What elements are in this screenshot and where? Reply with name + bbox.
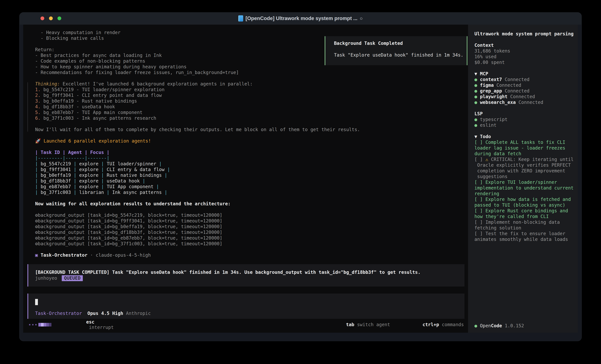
terminal-line: - Recommendations for fixing loader free… — [35, 70, 360, 75]
sidebar-line: ● eslint — [474, 122, 574, 128]
terminal-line: 2. bg_f9ff3041 - CLI entry point and dat… — [35, 93, 360, 98]
spinner-dot — [32, 324, 33, 325]
sidebar-content: Ultrawork mode system prompt parsing Con… — [474, 31, 574, 242]
sidebar-line: Ultrawork mode system prompt parsing — [474, 31, 574, 37]
sidebar-line: [ ] Explore TUI loader/spinner — [474, 179, 574, 185]
sidebar-line — [474, 128, 574, 134]
sidebar-line: ● figma Connected — [474, 82, 574, 88]
sidebar-line: passed to TUI (blocking vs async) — [474, 202, 574, 208]
terminal-line — [35, 144, 360, 150]
toast-title: Background Task Completed — [334, 40, 467, 46]
terminal-line: | bg_f9ff3041 | explore | CLI entry & da… — [35, 167, 360, 172]
sidebar-line — [474, 105, 574, 111]
sidebar-line: during data fetch — [474, 151, 574, 157]
sidebar-line: 16% used — [474, 54, 574, 59]
status-dot-icon: ● — [474, 323, 480, 328]
sidebar-line: 31,686 tokens — [474, 48, 574, 54]
sidebar-line: ● playwright Connected — [474, 94, 574, 99]
app-version: 1.0.152 — [502, 323, 524, 328]
sidebar-line: [ ] Explore how data is fetched and — [474, 197, 574, 202]
sidebar-line: suggestions — [474, 174, 574, 179]
thinking-indent-border — [27, 82, 28, 132]
sidebar-line: [ ] Explore Rust core bindings and — [474, 208, 574, 214]
app-window: [OpenCode] Ultrawork mode system prompt … — [19, 12, 582, 341]
sidebar-line: [ ] Implement non-blocking data — [474, 219, 574, 225]
queued-message-block: [BACKGROUND TASK COMPLETED] Task "Explor… — [27, 264, 464, 287]
terminal-line: Now waiting for all exploration results … — [35, 201, 360, 207]
terminal-line — [35, 247, 360, 252]
terminal-output: - Heavy computation in render - Blocking… — [35, 30, 360, 258]
terminal-line — [35, 41, 360, 47]
progress-spinner — [29, 323, 51, 326]
terminal-line: ⚙background_output [task_id=bg_df18bb3f,… — [35, 230, 360, 235]
terminal-line — [35, 75, 360, 81]
terminal-line: ⚙background_output [task_id=bg_37f1c003,… — [35, 241, 360, 247]
sidebar-line: ▼ MCP — [474, 71, 574, 77]
sidebar-line: rendering — [474, 191, 574, 197]
close-button[interactable] — [40, 17, 44, 20]
sidebar-line — [474, 65, 574, 71]
terminal-line: |---------|-------|-------| — [35, 155, 360, 161]
queued-badge: QUEUED — [62, 275, 83, 281]
terminal-line: Now I'll wait for all of them to complet… — [35, 127, 360, 133]
terminal-line — [35, 133, 360, 138]
terminal-line — [35, 195, 360, 201]
esc-key-action — [86, 325, 89, 330]
esc-key-hint[interactable]: esc — [86, 319, 95, 325]
ctrlp-key-hint[interactable]: ctrl+p — [422, 322, 439, 327]
spinner-cell — [38, 323, 41, 326]
status-bar: esc interrupt tab switch agent ctrl+p co… — [29, 322, 464, 327]
sidebar-line: loader lag issue - loader freezes — [474, 145, 574, 151]
window-title-text: [OpenCode] Ultrawork mode system prompt … — [245, 16, 358, 21]
text-cursor — [35, 299, 38, 305]
sidebar-line: completion with ZERO improvement — [474, 168, 574, 174]
spinner-cell — [46, 323, 49, 326]
sidebar-line: [ ] Complete ALL tasks to fix CLI — [474, 139, 574, 145]
terminal-line — [35, 207, 360, 212]
session-sidebar: Ultrawork mode system prompt parsing Con… — [468, 25, 578, 333]
terminal-line: 6. bg_37f1c003 - Ink async patterns rese… — [35, 115, 360, 121]
queued-message-text: [BACKGROUND TASK COMPLETED] Task "Explor… — [35, 269, 464, 275]
message-sender: junhoyeo — [35, 276, 57, 281]
terminal-line: - Heavy computation in render — [35, 30, 360, 35]
terminal-line: - How to keep spinner animating during h… — [35, 64, 360, 70]
document-icon — [238, 15, 243, 21]
terminal-main-panel: - Heavy computation in render - Blocking… — [23, 25, 468, 333]
terminal-line: 🚀 Launched 6 parallel exploration agents… — [35, 138, 360, 144]
background-task-toast: Background Task Completed Task "Explore … — [325, 36, 467, 65]
terminal-line: ▣ Task-Orchestrator · claude-opus-4-5-hi… — [35, 252, 360, 258]
terminal-line: | bg_5547c219 | explore | TUI loader/spi… — [35, 161, 360, 167]
provider-label: Anthropic — [126, 311, 151, 316]
terminal-line: | Task ID | Agent | Focus | — [35, 150, 360, 155]
sidebar-line: ● context7 Connected — [474, 77, 574, 82]
terminal-line: | bg_b0effa19 | explore | Rust native bi… — [35, 172, 360, 178]
spinner-cell — [41, 323, 44, 326]
ctrlp-key-action: commands — [439, 322, 464, 327]
terminal-line: - Best practices for async data loading … — [35, 53, 360, 58]
terminal-line — [35, 121, 360, 127]
sidebar-line — [474, 37, 574, 42]
tab-key-hint[interactable]: tab — [346, 322, 354, 327]
terminal-line: | bg_37f1c003 | librarian | Ink async pa… — [35, 190, 360, 195]
terminal-line: 5. bg_eb87ebb7 - TUI App main component — [35, 110, 360, 115]
loading-circle-icon: ○ — [360, 16, 363, 21]
terminal-line: | bg_eb87ebb7 | explore | TUI App compon… — [35, 184, 360, 190]
app-version-footer: ● OpenCode 1.0.152 — [474, 323, 524, 329]
sidebar-line: ● typescript — [474, 117, 574, 122]
sidebar-line: how they're called from CLI — [474, 214, 574, 219]
spinner-dot — [35, 324, 37, 325]
sidebar-line: animates smoothly while data loads — [474, 237, 574, 242]
tab-key-action: switch agent — [354, 322, 390, 327]
zoom-button[interactable] — [58, 17, 61, 20]
terminal-line: 4. bg_df18bb3f - useData hook — [35, 104, 360, 110]
terminal-line: ⚙background_output [task_id=bg_eb87ebb7,… — [35, 235, 360, 241]
toast-body: Task "Explore useData hook" finished in … — [334, 52, 467, 58]
sidebar-line: Context — [474, 42, 574, 48]
sidebar-line: ● grep_app Connected — [474, 88, 574, 94]
terminal-line: 1. bg_5547c219 - TUI loader/spinner expl… — [35, 87, 360, 93]
minimize-button[interactable] — [49, 17, 53, 20]
terminal-line: | bg_df18bb3f | explore | useData hook | — [35, 178, 360, 184]
terminal-line: - Blocking native calls — [35, 35, 360, 41]
sidebar-line: fetching solution — [474, 225, 574, 231]
app-name-regular: Open — [480, 323, 491, 328]
